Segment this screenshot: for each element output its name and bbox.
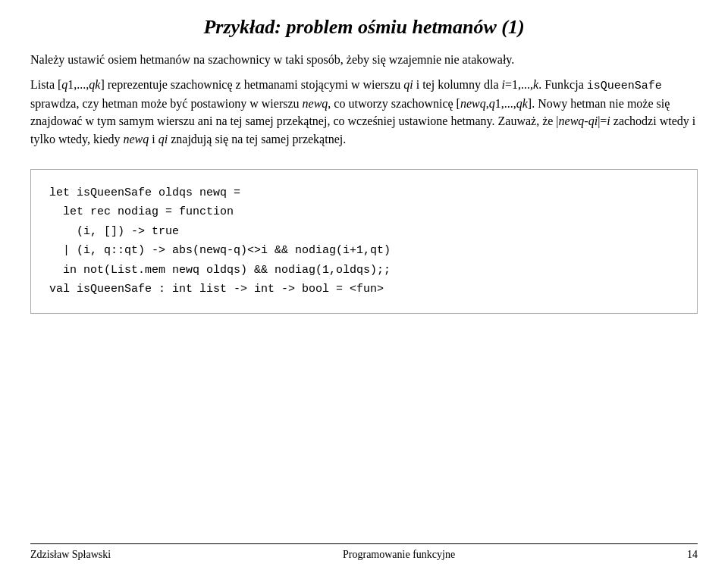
footer-course: Programowanie funkcyjne [343,549,455,561]
code-line-3: (i, []) -> true [49,222,679,242]
code-line-1: let isQueenSafe oldqs newq = [49,183,679,203]
paragraph-1: Należy ustawić osiem hetmanów na szachow… [30,51,698,68]
page-title: Przykład: problem ośmiu hetmanów (1) [30,15,698,39]
code-line-6: val isQueenSafe : int list -> int -> boo… [49,280,679,299]
footer-page-number: 14 [687,549,698,561]
footer-author: Zdzisław Spławski [30,549,111,561]
code-line-5: in not(List.mem newq oldqs) && nodiag(1,… [49,261,679,280]
footer: Zdzisław Spławski Programowanie funkcyjn… [30,543,698,561]
code-line-2: let rec nodiag = function [49,202,679,222]
code-line-4: | (i, q::qt) -> abs(newq-q)<>i && nodiag… [49,241,679,261]
code-block: let isQueenSafe oldqs newq = let rec nod… [30,169,698,314]
paragraph-2: Lista [q1,...,qk] reprezentuje szachowni… [30,76,698,147]
page: Przykład: problem ośmiu hetmanów (1) Nal… [0,0,728,573]
